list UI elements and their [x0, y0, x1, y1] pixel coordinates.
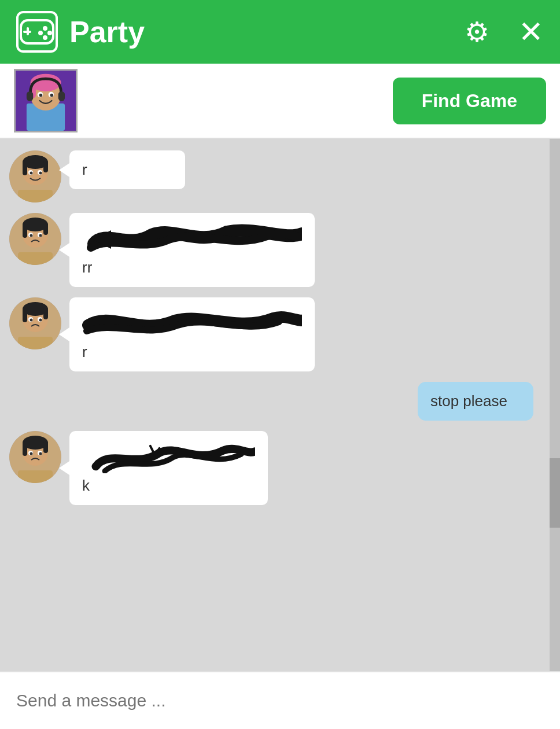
svg-point-5 [47, 31, 52, 35]
message-text: rr [82, 259, 92, 276]
scribble-image [82, 441, 255, 473]
svg-rect-3 [23, 31, 31, 33]
party-area: Find Game [0, 64, 560, 139]
avatar [9, 297, 61, 349]
message-bubble: k [69, 431, 268, 505]
message-row: stop please [9, 382, 551, 421]
svg-rect-44 [43, 308, 48, 319]
message-bubble: r [69, 150, 185, 189]
svg-point-37 [39, 234, 42, 237]
scrollbar-thumb[interactable] [550, 458, 560, 528]
find-game-button[interactable]: Find Game [393, 78, 546, 124]
svg-rect-38 [18, 252, 53, 265]
scribble-image [82, 308, 302, 340]
bubble-arrow [59, 163, 69, 177]
bubble-arrow [59, 461, 69, 475]
svg-point-36 [30, 234, 33, 237]
svg-rect-32 [23, 223, 27, 238]
svg-point-16 [50, 94, 54, 97]
input-area [0, 671, 560, 729]
chat-area: r [0, 139, 560, 671]
scrollbar[interactable] [550, 139, 560, 671]
svg-rect-49 [18, 337, 53, 349]
message-bubble: rr [69, 213, 315, 287]
svg-rect-54 [43, 441, 48, 453]
avatar [9, 150, 61, 203]
svg-rect-59 [18, 470, 53, 483]
settings-icon[interactable]: ⚙ [465, 16, 489, 48]
svg-rect-33 [43, 223, 48, 235]
bubble-arrow [59, 327, 69, 341]
party-title: Party [69, 14, 465, 49]
svg-rect-18 [58, 91, 65, 101]
header: Party ⚙ ✕ [0, 0, 560, 64]
svg-rect-28 [18, 190, 53, 203]
svg-rect-43 [23, 308, 27, 322]
scribble-image [82, 223, 302, 255]
message-text: r [82, 343, 87, 360]
message-row: r [9, 150, 551, 203]
avatar [9, 431, 61, 483]
svg-rect-22 [23, 161, 27, 175]
user-avatar [14, 69, 78, 132]
game-controller-icon [16, 11, 58, 53]
svg-point-58 [39, 452, 42, 455]
svg-point-47 [30, 319, 33, 322]
message-text: r [82, 161, 87, 178]
svg-rect-17 [27, 91, 33, 101]
svg-rect-23 [43, 161, 48, 172]
message-row: k [9, 431, 551, 505]
svg-point-7 [43, 35, 47, 40]
svg-point-57 [30, 452, 33, 455]
svg-point-48 [39, 319, 42, 322]
svg-point-26 [30, 172, 33, 175]
svg-point-15 [39, 94, 43, 97]
message-bubble: stop please [418, 382, 533, 421]
message-text: stop please [430, 392, 507, 410]
svg-point-4 [43, 26, 47, 31]
avatar [9, 213, 61, 265]
message-bubble: r [69, 297, 315, 371]
message-text: k [82, 477, 90, 494]
message-row: rr [9, 213, 551, 287]
bubble-arrow [59, 243, 69, 257]
message-input[interactable] [16, 691, 544, 710]
svg-point-27 [39, 172, 42, 175]
svg-point-6 [38, 31, 43, 35]
svg-rect-53 [23, 441, 27, 456]
close-icon[interactable]: ✕ [518, 14, 544, 49]
message-row: r [9, 297, 551, 371]
